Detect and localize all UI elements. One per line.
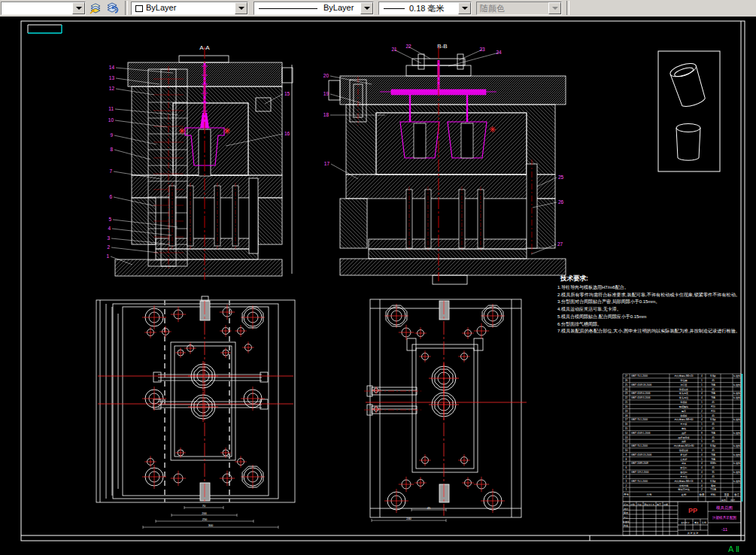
bom-text: 1	[701, 414, 703, 417]
lineweight-combo[interactable]: 0.18 毫米	[378, 2, 472, 15]
color-swatch-icon	[135, 5, 143, 12]
bom-text: GB/T 70.1-2000	[631, 418, 648, 421]
bom-text: 推杆	[682, 432, 686, 435]
bom-text: 标记	[623, 503, 628, 506]
bom-text: 21	[625, 401, 628, 404]
bom-text: GB/T 4169.4-2006	[631, 392, 651, 395]
bom-text: 总计	[730, 499, 735, 502]
callout-number: 9	[110, 132, 113, 138]
bom-text: 8.8级	[710, 375, 715, 378]
bom-table: 序号代号名称数量材料重量单件总计备注 27GB/T 70.1-2000内六角螺钉…	[623, 374, 742, 502]
bom-text: 内六角螺钉M8×60	[674, 418, 693, 421]
bom-text: 重量	[724, 493, 730, 496]
bom-text: 处数	[630, 503, 635, 506]
dimension-label: 45	[427, 506, 431, 510]
callout-number: 4	[108, 226, 111, 231]
bom-text: 12	[625, 440, 628, 443]
bom-text: 材料	[711, 493, 717, 496]
callout-number: 16	[284, 131, 290, 136]
toolbar: ByLayer ByLayer 0.18 毫米 随颜色	[0, 0, 756, 17]
callout-number: 19	[323, 91, 329, 96]
bom-text: 阶段标记	[682, 521, 690, 524]
bom-text: 型腔镶块	[679, 405, 688, 408]
bom-text: 标准件	[733, 418, 741, 421]
bom-text: GB/T 70.1-2000	[631, 480, 648, 483]
bom-text: 6	[626, 466, 627, 469]
bom-text: 22	[625, 396, 628, 399]
plotstyle-combo-arrow-icon	[548, 2, 561, 14]
bom-text: 带头导柱	[679, 396, 689, 399]
linetype-combo-arrow-icon[interactable]	[360, 2, 373, 14]
bom-text: 支承柱	[680, 475, 688, 478]
bom-text: 比例	[702, 521, 706, 524]
bom-text: 标准件	[733, 392, 741, 395]
plan-view-right: 45240	[364, 299, 527, 522]
linetype-combo[interactable]: ByLayer	[254, 2, 374, 15]
layer-combo[interactable]	[1, 2, 86, 15]
bom-text: 1	[701, 423, 703, 426]
callout-number: 7	[109, 168, 112, 174]
bom-text: 浇口套	[680, 384, 687, 387]
bom-text: 15	[625, 427, 628, 430]
bom-text: 23	[625, 392, 628, 395]
callout-number: 25	[558, 174, 564, 180]
bom-text: 4	[701, 396, 703, 399]
material-cell: PP	[688, 507, 697, 514]
color-combo[interactable]: ByLayer	[131, 2, 248, 15]
bom-text: 侧抽芯滑块	[678, 488, 689, 491]
iso-part-box	[658, 51, 720, 171]
callout-number: 3	[107, 235, 110, 241]
callout-number: 18	[323, 112, 329, 117]
bom-text: 1	[701, 384, 703, 387]
datum-marks-b	[490, 126, 496, 132]
bom-text: 17	[625, 418, 628, 421]
bom-text: 45	[712, 466, 715, 469]
layer-previous-icon[interactable]	[105, 1, 120, 16]
section-view-a: A-A	[106, 44, 293, 280]
bom-text: T8A	[711, 384, 716, 387]
bom-text: 1	[701, 401, 703, 404]
dimension-label: 250	[202, 517, 208, 521]
bom-text: 2	[701, 405, 703, 408]
bom-text: 内六角螺钉M10×80	[674, 444, 694, 447]
bom-text: 45	[712, 475, 715, 478]
bom-text: 推板	[682, 440, 686, 443]
linetype-combo-value: ByLayer	[323, 3, 354, 12]
tech-requirement-line: 5.模具合模间隙贴合,配合间隙应小于0.15mm	[557, 314, 646, 320]
bom-text: 标准件	[733, 480, 741, 483]
bom-text: 标准件	[733, 444, 741, 447]
bom-text: 工艺	[624, 516, 628, 519]
bom-text: 10	[625, 449, 628, 452]
color-combo-arrow-icon[interactable]	[235, 2, 247, 14]
bom-text: 8.8级	[710, 444, 715, 447]
bom-text: 11	[625, 444, 628, 447]
bom-text: 限位钉	[680, 466, 687, 469]
bom-text: 2	[701, 475, 703, 478]
bom-text: 1	[701, 440, 703, 443]
tech-requirement-line: 2.模具所有零件均需符合标准要求,装配可靠,不许有松动或卡住现象,锁紧零件不许有…	[557, 292, 740, 298]
title-block: PP 模具总图 注塑模具装配图 -11 标记处数分区更改文件号签字日期设计审核工…	[622, 502, 741, 535]
make-layer-current-icon[interactable]	[88, 1, 103, 16]
bom-text: 4	[701, 453, 703, 456]
callout-number: 13	[109, 75, 115, 80]
section-view-b: B-B	[323, 43, 566, 284]
bom-text: 动模板	[680, 414, 687, 417]
callout-number: 5	[108, 217, 111, 222]
dimension-label: 70	[202, 504, 206, 508]
bom-text: 数量	[700, 493, 706, 496]
callout-number: 26	[558, 199, 564, 205]
bom-text: 型芯	[682, 410, 686, 413]
callout-number: 22	[405, 44, 411, 49]
bom-text: 4	[626, 475, 627, 478]
bom-text: 26	[625, 379, 628, 382]
layer-combo-arrow-icon[interactable]	[72, 2, 85, 14]
bom-text: 13	[625, 436, 628, 439]
bom-text: GB/T 70.1-2000	[631, 444, 648, 447]
drawing-canvas[interactable]: A-A	[0, 17, 756, 555]
bom-text: GB/T 4169.13-2006	[631, 453, 651, 456]
bom-text: 19	[625, 410, 628, 413]
lineweight-combo-value: 0.18 毫米	[409, 3, 444, 14]
bom-text: T8A	[711, 396, 716, 399]
lineweight-combo-arrow-icon[interactable]	[458, 2, 471, 14]
bom-text: 签字	[657, 503, 661, 506]
